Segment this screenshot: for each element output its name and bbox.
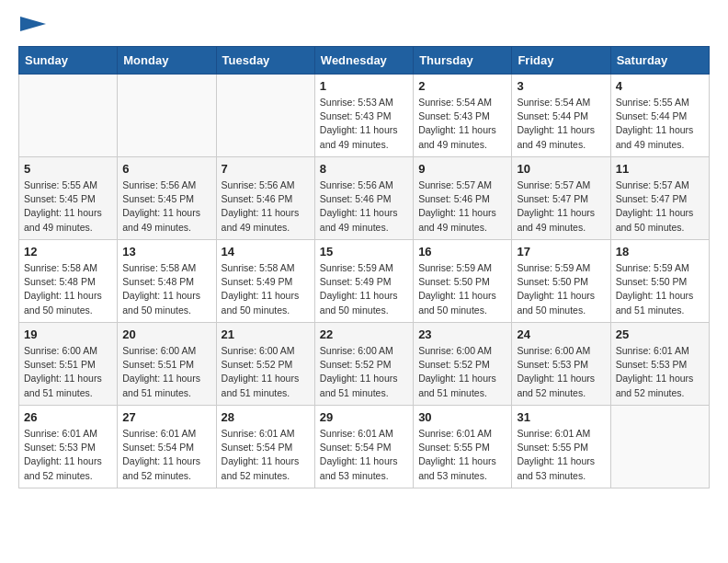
day-number: 27	[122, 410, 210, 424]
day-cell: 2Sunrise: 5:54 AM Sunset: 5:43 PM Daylig…	[414, 75, 512, 157]
day-number: 2	[418, 79, 506, 93]
day-cell: 17Sunrise: 5:59 AM Sunset: 5:50 PM Dayli…	[512, 240, 610, 323]
day-cell	[610, 406, 709, 488]
day-number: 10	[517, 162, 605, 176]
day-info: Sunrise: 5:59 AM Sunset: 5:50 PM Dayligh…	[616, 261, 704, 317]
day-cell: 9Sunrise: 5:57 AM Sunset: 5:46 PM Daylig…	[414, 157, 512, 240]
day-info: Sunrise: 5:56 AM Sunset: 5:46 PM Dayligh…	[222, 178, 310, 235]
page-header	[18, 18, 710, 31]
day-cell: 7Sunrise: 5:56 AM Sunset: 5:46 PM Daylig…	[216, 157, 314, 240]
day-cell: 4Sunrise: 5:55 AM Sunset: 5:44 PM Daylig…	[610, 75, 709, 157]
day-cell: 19Sunrise: 6:00 AM Sunset: 5:51 PM Dayli…	[19, 323, 118, 406]
day-info: Sunrise: 5:59 AM Sunset: 5:50 PM Dayligh…	[517, 261, 605, 317]
day-info: Sunrise: 5:58 AM Sunset: 5:48 PM Dayligh…	[122, 261, 210, 317]
day-cell: 15Sunrise: 5:59 AM Sunset: 5:49 PM Dayli…	[314, 240, 413, 323]
day-cell: 16Sunrise: 5:59 AM Sunset: 5:50 PM Dayli…	[414, 240, 512, 323]
day-info: Sunrise: 6:01 AM Sunset: 5:54 PM Dayligh…	[222, 427, 310, 483]
day-info: Sunrise: 5:54 AM Sunset: 5:44 PM Dayligh…	[517, 96, 605, 152]
day-info: Sunrise: 6:01 AM Sunset: 5:53 PM Dayligh…	[616, 344, 704, 400]
day-info: Sunrise: 6:00 AM Sunset: 5:52 PM Dayligh…	[222, 344, 310, 400]
day-info: Sunrise: 6:01 AM Sunset: 5:55 PM Dayligh…	[517, 427, 605, 483]
day-info: Sunrise: 5:59 AM Sunset: 5:49 PM Dayligh…	[320, 261, 408, 317]
day-info: Sunrise: 5:53 AM Sunset: 5:43 PM Dayligh…	[320, 96, 408, 152]
day-number: 23	[418, 327, 506, 341]
day-number: 31	[517, 410, 605, 424]
weekday-header-wednesday: Wednesday	[314, 47, 413, 75]
day-number: 5	[24, 162, 112, 176]
day-number: 4	[616, 79, 704, 93]
day-number: 17	[517, 245, 605, 259]
day-cell: 1Sunrise: 5:53 AM Sunset: 5:43 PM Daylig…	[314, 75, 413, 157]
day-info: Sunrise: 5:57 AM Sunset: 5:47 PM Dayligh…	[517, 178, 605, 235]
day-info: Sunrise: 5:56 AM Sunset: 5:45 PM Dayligh…	[122, 178, 210, 235]
day-cell: 30Sunrise: 6:01 AM Sunset: 5:55 PM Dayli…	[414, 406, 512, 488]
logo	[18, 18, 46, 31]
day-info: Sunrise: 6:01 AM Sunset: 5:54 PM Dayligh…	[122, 427, 210, 483]
day-cell: 27Sunrise: 6:01 AM Sunset: 5:54 PM Dayli…	[118, 406, 216, 488]
day-number: 11	[616, 162, 704, 176]
day-number: 6	[122, 162, 210, 176]
day-number: 29	[320, 410, 408, 424]
day-cell: 20Sunrise: 6:00 AM Sunset: 5:51 PM Dayli…	[118, 323, 216, 406]
logo-text	[18, 18, 46, 31]
day-info: Sunrise: 6:00 AM Sunset: 5:52 PM Dayligh…	[418, 344, 506, 400]
day-number: 30	[418, 410, 506, 424]
weekday-header-row: SundayMondayTuesdayWednesdayThursdayFrid…	[19, 47, 710, 75]
day-cell: 22Sunrise: 6:00 AM Sunset: 5:52 PM Dayli…	[314, 323, 413, 406]
day-number: 26	[24, 410, 112, 424]
day-info: Sunrise: 5:57 AM Sunset: 5:47 PM Dayligh…	[616, 178, 704, 235]
weekday-header-thursday: Thursday	[414, 47, 512, 75]
svg-marker-0	[20, 17, 46, 31]
day-number: 24	[517, 327, 605, 341]
day-number: 7	[222, 162, 310, 176]
day-number: 13	[122, 245, 210, 259]
day-number: 15	[320, 245, 408, 259]
day-info: Sunrise: 6:00 AM Sunset: 5:53 PM Dayligh…	[517, 344, 605, 400]
logo-flag-icon	[20, 17, 46, 35]
day-number: 18	[616, 245, 704, 259]
day-cell: 23Sunrise: 6:00 AM Sunset: 5:52 PM Dayli…	[414, 323, 512, 406]
day-number: 1	[320, 79, 408, 93]
day-info: Sunrise: 6:01 AM Sunset: 5:55 PM Dayligh…	[418, 427, 506, 483]
week-row-5: 26Sunrise: 6:01 AM Sunset: 5:53 PM Dayli…	[19, 406, 710, 488]
weekday-header-friday: Friday	[512, 47, 610, 75]
weekday-header-tuesday: Tuesday	[216, 47, 314, 75]
day-cell: 11Sunrise: 5:57 AM Sunset: 5:47 PM Dayli…	[610, 157, 709, 240]
day-cell: 21Sunrise: 6:00 AM Sunset: 5:52 PM Dayli…	[216, 323, 314, 406]
day-number: 20	[122, 327, 210, 341]
day-cell: 8Sunrise: 5:56 AM Sunset: 5:46 PM Daylig…	[314, 157, 413, 240]
day-cell: 3Sunrise: 5:54 AM Sunset: 5:44 PM Daylig…	[512, 75, 610, 157]
day-number: 8	[320, 162, 408, 176]
day-info: Sunrise: 6:00 AM Sunset: 5:52 PM Dayligh…	[320, 344, 408, 400]
day-cell: 12Sunrise: 5:58 AM Sunset: 5:48 PM Dayli…	[19, 240, 118, 323]
day-cell: 10Sunrise: 5:57 AM Sunset: 5:47 PM Dayli…	[512, 157, 610, 240]
week-row-1: 1Sunrise: 5:53 AM Sunset: 5:43 PM Daylig…	[19, 75, 710, 157]
day-number: 19	[24, 327, 112, 341]
day-cell: 24Sunrise: 6:00 AM Sunset: 5:53 PM Dayli…	[512, 323, 610, 406]
day-number: 9	[418, 162, 506, 176]
day-info: Sunrise: 5:58 AM Sunset: 5:49 PM Dayligh…	[222, 261, 310, 317]
day-cell	[19, 75, 118, 157]
weekday-header-saturday: Saturday	[610, 47, 709, 75]
day-info: Sunrise: 6:00 AM Sunset: 5:51 PM Dayligh…	[24, 344, 112, 400]
day-cell: 5Sunrise: 5:55 AM Sunset: 5:45 PM Daylig…	[19, 157, 118, 240]
day-info: Sunrise: 5:59 AM Sunset: 5:50 PM Dayligh…	[418, 261, 506, 317]
week-row-3: 12Sunrise: 5:58 AM Sunset: 5:48 PM Dayli…	[19, 240, 710, 323]
day-cell: 28Sunrise: 6:01 AM Sunset: 5:54 PM Dayli…	[216, 406, 314, 488]
day-number: 14	[222, 245, 310, 259]
day-cell: 25Sunrise: 6:01 AM Sunset: 5:53 PM Dayli…	[610, 323, 709, 406]
day-cell: 6Sunrise: 5:56 AM Sunset: 5:45 PM Daylig…	[118, 157, 216, 240]
day-cell: 13Sunrise: 5:58 AM Sunset: 5:48 PM Dayli…	[118, 240, 216, 323]
week-row-4: 19Sunrise: 6:00 AM Sunset: 5:51 PM Dayli…	[19, 323, 710, 406]
day-info: Sunrise: 5:58 AM Sunset: 5:48 PM Dayligh…	[24, 261, 112, 317]
week-row-2: 5Sunrise: 5:55 AM Sunset: 5:45 PM Daylig…	[19, 157, 710, 240]
day-number: 21	[222, 327, 310, 341]
day-info: Sunrise: 6:01 AM Sunset: 5:53 PM Dayligh…	[24, 427, 112, 483]
day-number: 22	[320, 327, 408, 341]
day-cell: 14Sunrise: 5:58 AM Sunset: 5:49 PM Dayli…	[216, 240, 314, 323]
weekday-header-sunday: Sunday	[19, 47, 118, 75]
day-number: 3	[517, 79, 605, 93]
day-info: Sunrise: 6:01 AM Sunset: 5:54 PM Dayligh…	[320, 427, 408, 483]
day-number: 25	[616, 327, 704, 341]
day-cell: 26Sunrise: 6:01 AM Sunset: 5:53 PM Dayli…	[19, 406, 118, 488]
